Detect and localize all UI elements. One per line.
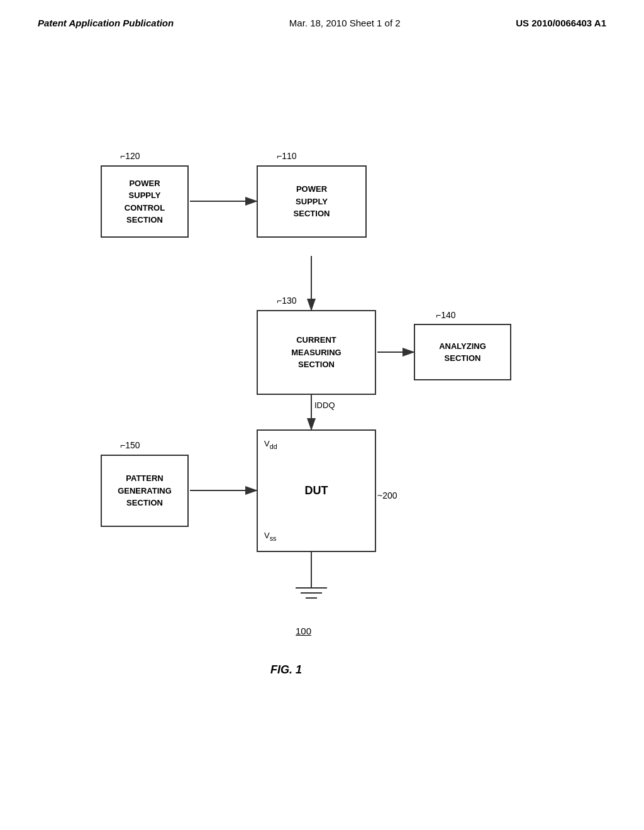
pattern-generating-label: PATTERN GENERATING SECTION bbox=[118, 472, 172, 509]
analyzing-box: ANALYZING SECTION bbox=[414, 324, 511, 380]
patent-number: US 2010/0066403 A1 bbox=[516, 18, 606, 28]
figure-label: FIG. 1 bbox=[270, 663, 302, 677]
iddq-label: IDDQ bbox=[314, 401, 335, 410]
analyzing-label: ANALYZING SECTION bbox=[439, 340, 486, 365]
current-measuring-label: CURRENT MEASURING SECTION bbox=[291, 334, 341, 371]
ref-130: ⌐130 bbox=[277, 296, 297, 306]
ref-200: ~200 bbox=[377, 490, 397, 501]
publication-title: Patent Application Publication bbox=[38, 18, 174, 28]
system-label: 100 bbox=[296, 626, 311, 636]
power-supply-label: POWER SUPPLY SECTION bbox=[294, 183, 330, 220]
pattern-generating-box: PATTERN GENERATING SECTION bbox=[101, 455, 189, 527]
ref-150: ⌐150 bbox=[120, 440, 140, 450]
dut-vss: Vss bbox=[264, 530, 277, 543]
publication-date-sheet: Mar. 18, 2010 Sheet 1 of 2 bbox=[289, 18, 401, 28]
dut-box: Vdd DUT Vss bbox=[257, 429, 376, 552]
power-supply-control-box: POWER SUPPLY CONTROL SECTION bbox=[101, 165, 189, 238]
current-measuring-box: CURRENT MEASURING SECTION bbox=[257, 310, 376, 395]
power-supply-box: POWER SUPPLY SECTION bbox=[257, 165, 367, 238]
page-header: Patent Application Publication Mar. 18, … bbox=[0, 0, 644, 28]
dut-vdd: Vdd bbox=[264, 438, 277, 451]
ref-120: ⌐120 bbox=[120, 151, 140, 161]
dut-label: DUT bbox=[305, 483, 328, 499]
ref-140: ⌐140 bbox=[436, 310, 456, 320]
diagram-area: POWER SUPPLY CONTROL SECTION ⌐120 POWER … bbox=[0, 41, 644, 733]
power-supply-control-label: POWER SUPPLY CONTROL SECTION bbox=[125, 177, 165, 226]
ref-110: ⌐110 bbox=[277, 151, 297, 161]
